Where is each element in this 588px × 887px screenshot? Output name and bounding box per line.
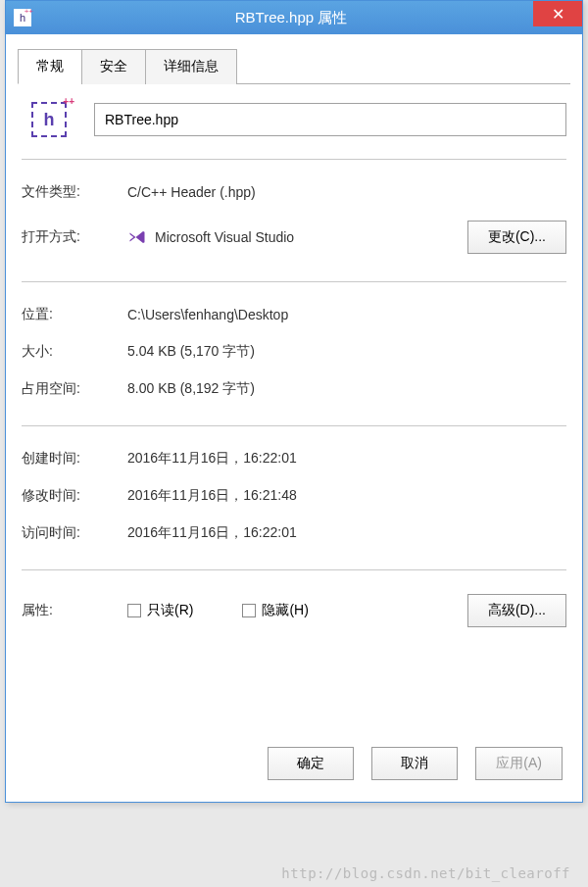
hpp-file-icon: h++ (14, 9, 31, 26)
value-created: 2016年11月16日，16:22:01 (127, 450, 566, 468)
window-title: RBTree.hpp 属性 (39, 9, 543, 27)
section-type: 文件类型: C/C++ Header (.hpp) 打开方式: Microsof… (18, 160, 570, 281)
titlebar[interactable]: h++ RBTree.hpp 属性 ✕ (6, 1, 582, 34)
opens-with-text: Microsoft Visual Studio (155, 229, 294, 245)
client-area: 常规 安全 详细信息 h++ 文件类型: C/C++ Header (.hpp)… (6, 34, 582, 802)
apply-button[interactable]: 应用(A) (475, 747, 563, 780)
hidden-label: 隐藏(H) (262, 602, 308, 619)
section-location: 位置: C:\Users\fenhang\Desktop 大小: 5.04 KB… (18, 282, 570, 425)
label-modified: 修改时间: (22, 487, 127, 505)
watermark-text: http://blog.csdn.net/bit_clearoff (281, 865, 570, 881)
tab-general[interactable]: 常规 (18, 49, 82, 84)
filename-input[interactable] (94, 103, 566, 136)
tab-security[interactable]: 安全 (81, 49, 146, 84)
section-attributes: 属性: 只读(R) 隐藏(H) 高级(D)... (18, 570, 570, 655)
value-accessed: 2016年11月16日，16:22:01 (127, 524, 566, 542)
visual-studio-icon (127, 229, 147, 245)
value-opens-with: Microsoft Visual Studio 更改(C)... (127, 221, 566, 254)
file-header-row: h++ (18, 102, 570, 159)
section-times: 创建时间: 2016年11月16日，16:22:01 修改时间: 2016年11… (18, 426, 570, 569)
hpp-large-icon: h++ (31, 102, 67, 137)
hidden-checkbox[interactable]: 隐藏(H) (242, 602, 308, 619)
value-size-on-disk: 8.00 KB (8,192 字节) (127, 380, 566, 398)
properties-window: h++ RBTree.hpp 属性 ✕ 常规 安全 详细信息 h++ 文件类型:… (5, 0, 583, 803)
spacer (18, 655, 570, 733)
tabstrip: 常规 安全 详细信息 (18, 48, 570, 84)
value-location: C:\Users\fenhang\Desktop (127, 307, 566, 322)
tab-details[interactable]: 详细信息 (145, 49, 237, 84)
label-filetype: 文件类型: (22, 183, 127, 201)
checkbox-icon (242, 604, 256, 617)
ok-button[interactable]: 确定 (268, 747, 354, 780)
label-location: 位置: (22, 306, 127, 323)
footer-buttons: 确定 取消 应用(A) (18, 733, 570, 790)
label-created: 创建时间: (22, 450, 127, 468)
label-opens-with: 打开方式: (22, 228, 127, 246)
label-size-on-disk: 占用空间: (22, 380, 127, 398)
readonly-label: 只读(R) (147, 602, 193, 619)
cancel-button[interactable]: 取消 (371, 747, 458, 780)
label-size: 大小: (22, 343, 127, 361)
close-button[interactable]: ✕ (533, 1, 582, 26)
close-icon: ✕ (552, 5, 564, 24)
value-filetype: C/C++ Header (.hpp) (127, 184, 566, 200)
checkbox-icon (127, 604, 141, 617)
change-button[interactable]: 更改(C)... (467, 221, 566, 254)
advanced-button[interactable]: 高级(D)... (467, 594, 566, 627)
value-modified: 2016年11月16日，16:21:48 (127, 487, 566, 505)
label-accessed: 访问时间: (22, 524, 127, 542)
readonly-checkbox[interactable]: 只读(R) (127, 602, 193, 619)
value-size: 5.04 KB (5,170 字节) (127, 343, 566, 361)
label-attributes: 属性: (22, 602, 127, 619)
